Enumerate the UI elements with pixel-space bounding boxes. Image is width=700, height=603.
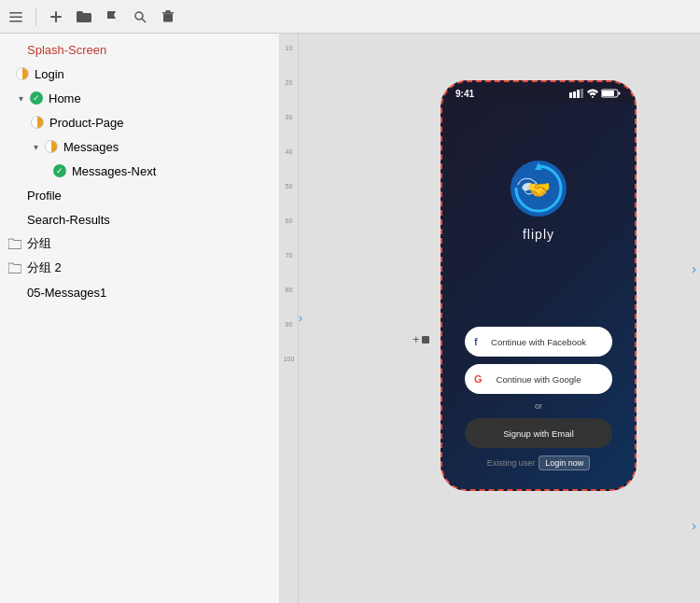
group2-label: 分组 2 [27, 259, 62, 276]
tree-item-messages[interactable]: ▾ Messages [0, 134, 279, 159]
tree-item-search-results[interactable]: Search-Results [0, 207, 279, 231]
home-chevron: ▾ [15, 92, 26, 104]
tree-item-group1[interactable]: 分组 [0, 231, 279, 256]
trash-icon[interactable] [160, 8, 176, 25]
messages-chevron: ▾ [30, 141, 41, 152]
panel-arrow[interactable]: › [299, 312, 302, 325]
svg-rect-11 [569, 92, 572, 98]
status-time: 9:41 [455, 89, 474, 99]
svg-rect-9 [163, 13, 173, 21]
svg-rect-2 [9, 21, 22, 22]
product-label: Product-Page [49, 116, 124, 130]
messages-icon [44, 139, 59, 154]
login-label: Login [35, 67, 64, 81]
messages-next-icon: ✓ [52, 163, 67, 178]
svg-point-15 [592, 96, 594, 98]
product-icon [30, 115, 45, 130]
google-button[interactable]: G Continue with Google [465, 364, 612, 394]
existing-user-row: Existing user Login now [487, 456, 591, 470]
email-button[interactable]: Signup with Email [465, 418, 612, 448]
phone-content: 🤝 fliply f Continue with Facebook [442, 103, 635, 489]
splash-label: Splash-Screen [27, 43, 106, 57]
home-icon: ✓ [29, 91, 44, 105]
left-panel: Splash-Screen Login ▾ ✓ Home [0, 34, 280, 603]
search-icon[interactable] [132, 8, 148, 25]
tree-item-login[interactable]: Login [0, 62, 279, 86]
search-results-label: Search-Results [27, 213, 110, 227]
canvas-area[interactable]: › › › + 9:41 [299, 34, 700, 603]
login-icon [15, 66, 30, 81]
svg-rect-18 [602, 91, 614, 96]
profile-label: Profile [27, 189, 62, 203]
tree-item-messages1[interactable]: 05-Messages1 [0, 280, 279, 304]
app-name: fliply [523, 227, 554, 242]
plus-handle[interactable]: + [413, 332, 429, 346]
google-icon: G [474, 373, 483, 385]
folder-icon[interactable] [76, 8, 92, 25]
svg-rect-13 [577, 90, 580, 98]
tree-item-home[interactable]: ▾ ✓ Home [0, 86, 279, 110]
flag-icon[interactable] [104, 8, 120, 25]
facebook-button[interactable]: f Continue with Facebook [465, 327, 612, 357]
menu-icon [7, 8, 24, 25]
toolbar [0, 0, 700, 34]
tree-item-profile[interactable]: Profile [0, 183, 279, 207]
vertical-ruler: 10 20 30 40 50 60 70 80 90 100 [280, 34, 299, 603]
facebook-label: Continue with Facebook [491, 337, 586, 347]
tree-item-product-page[interactable]: Product-Page [0, 110, 279, 134]
phone-frame: 9:41 [441, 80, 637, 491]
svg-rect-17 [619, 92, 621, 95]
svg-rect-12 [573, 91, 576, 98]
facebook-icon: f [474, 336, 478, 347]
splash-icon [7, 42, 22, 57]
group1-label: 分组 [27, 235, 51, 252]
status-icons [569, 89, 622, 98]
group2-icon [7, 260, 22, 275]
main-layout: Splash-Screen Login ▾ ✓ Home [0, 34, 700, 603]
scroll-right-arrow-bottom[interactable]: › [692, 518, 696, 533]
home-label: Home [49, 91, 81, 105]
add-icon[interactable] [48, 8, 64, 25]
svg-line-6 [142, 19, 146, 22]
svg-rect-7 [162, 12, 174, 14]
google-label: Continue with Google [497, 374, 581, 385]
right-area: 10 20 30 40 50 60 70 80 90 100 › › › [280, 34, 700, 603]
messages1-label: 05-Messages1 [27, 286, 106, 300]
email-label: Signup with Email [503, 428, 574, 439]
svg-rect-1 [9, 16, 22, 18]
svg-point-5 [135, 12, 143, 20]
divider-1 [35, 7, 36, 26]
svg-rect-0 [9, 12, 22, 14]
tree-item-messages-next[interactable]: ✓ Messages-Next [0, 159, 279, 183]
logo-area: 🤝 fliply [509, 159, 569, 242]
svg-rect-10 [422, 336, 429, 344]
svg-rect-8 [166, 10, 171, 12]
svg-text:🤝: 🤝 [526, 178, 550, 201]
search-results-icon [7, 212, 22, 227]
profile-icon [7, 188, 22, 203]
phone-wrapper: + 9:41 [441, 80, 637, 491]
group1-icon [7, 236, 22, 251]
tree-item-group2[interactable]: 分组 2 [0, 256, 279, 280]
svg-rect-4 [50, 16, 62, 18]
messages-label: Messages [63, 140, 119, 154]
or-divider: or [535, 401, 542, 411]
status-bar: 9:41 [442, 82, 635, 103]
existing-text: Existing user [487, 458, 536, 468]
messages-next-label: Messages-Next [72, 164, 156, 178]
tree-item-splash-screen[interactable]: Splash-Screen [0, 37, 279, 62]
svg-rect-14 [581, 89, 583, 98]
scroll-right-arrow[interactable]: › [692, 261, 696, 276]
phone-buttons: f Continue with Facebook G Continue with… [457, 327, 620, 470]
login-now-button[interactable]: Login now [539, 456, 590, 470]
messages1-icon [7, 285, 22, 300]
tree-container[interactable]: Splash-Screen Login ▾ ✓ Home [0, 34, 279, 603]
